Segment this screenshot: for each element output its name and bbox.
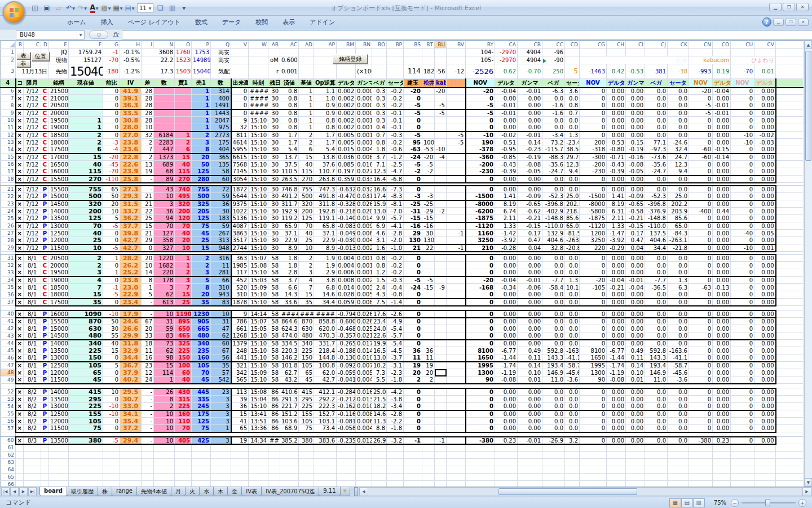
cell[interactable]	[447, 176, 466, 183]
cell[interactable]: 146.2	[280, 354, 299, 362]
close-button[interactable]: ✕	[796, 3, 809, 11]
cell[interactable]	[776, 403, 804, 410]
cell[interactable]: 0.0	[565, 388, 580, 396]
cell[interactable]: 14.3	[280, 291, 299, 299]
cell[interactable]	[142, 452, 154, 459]
cell[interactable]: 20	[422, 369, 435, 376]
cell[interactable]	[249, 459, 268, 466]
cell[interactable]: 37.9	[120, 369, 142, 376]
cell[interactable]: 0.00	[713, 369, 731, 376]
cell[interactable]	[447, 200, 466, 208]
cell[interactable]: 15:10	[249, 124, 268, 132]
cell[interactable]: -	[142, 388, 154, 396]
cell[interactable]: 1.6	[372, 244, 387, 252]
cell[interactable]	[542, 466, 565, 474]
cell[interactable]: 125	[192, 215, 211, 222]
cell[interactable]: -16	[422, 222, 435, 230]
cell[interactable]: -5.4	[387, 340, 404, 347]
cell[interactable]: 218.4	[314, 347, 337, 354]
cell[interactable]: P	[41, 237, 49, 244]
cell[interactable]: 2.9	[314, 269, 337, 277]
cell[interactable]: 2.11	[607, 215, 626, 222]
cell[interactable]: 16.5	[372, 347, 387, 354]
cell[interactable]: 6	[175, 146, 192, 154]
cell[interactable]: 0.00	[607, 332, 626, 340]
cell[interactable]: P	[41, 340, 49, 347]
cell[interactable]: 2	[142, 139, 154, 146]
row-header[interactable]: 18	[1, 176, 16, 183]
cell[interactable]: 0.00	[713, 230, 731, 237]
cell[interactable]: 120	[175, 215, 192, 222]
cell[interactable]: -70	[103, 56, 120, 64]
cell[interactable]: 1	[175, 262, 192, 269]
cell[interactable]: セータ	[668, 79, 689, 87]
cell[interactable]: 0	[466, 403, 495, 410]
cell[interactable]: 23.8	[120, 139, 142, 146]
cell[interactable]: -0.19	[518, 154, 542, 161]
cell[interactable]: 755	[69, 186, 103, 193]
cell[interactable]: 3608	[142, 49, 175, 56]
cell[interactable]	[776, 110, 804, 117]
cell[interactable]: 4904	[518, 49, 542, 56]
cell[interactable]: 0.002	[356, 277, 372, 284]
cell[interactable]: ×	[16, 255, 24, 262]
cell[interactable]	[447, 95, 466, 102]
cell[interactable]	[175, 117, 192, 124]
cell[interactable]: 0.00	[754, 186, 776, 193]
cell[interactable]: 10	[154, 410, 175, 418]
cell[interactable]: 13.0	[372, 208, 387, 215]
cell[interactable]: 0.00	[754, 362, 776, 369]
column-header-CK[interactable]: CK	[668, 41, 689, 49]
cell[interactable]: 0.0	[645, 340, 668, 347]
cell[interactable]: ####	[314, 310, 337, 318]
cell[interactable]: 0.0	[542, 396, 565, 403]
cell[interactable]: 630	[69, 325, 103, 332]
cell[interactable]	[668, 444, 689, 452]
cell[interactable]	[689, 459, 713, 466]
cell[interactable]: 1.7	[314, 139, 337, 146]
cell[interactable]: 13500	[49, 215, 69, 222]
cell[interactable]	[422, 49, 435, 56]
cell[interactable]: 0.00	[518, 325, 542, 332]
cell[interactable]: -60	[689, 146, 713, 154]
cell[interactable]: 0	[580, 437, 607, 444]
cell[interactable]: 0.005	[356, 369, 372, 376]
cell[interactable]: 661	[231, 325, 249, 332]
cell[interactable]	[372, 452, 387, 459]
cell[interactable]: 0.17	[518, 230, 542, 237]
cell[interactable]: 811	[231, 132, 249, 139]
cell[interactable]	[447, 262, 466, 269]
cell[interactable]: P	[41, 244, 49, 252]
cell[interactable]: 0.00	[626, 124, 645, 132]
cell[interactable]: 0.00	[518, 310, 542, 318]
cell[interactable]: 0	[689, 244, 713, 252]
cell[interactable]	[776, 369, 804, 376]
cell[interactable]: ×	[16, 208, 24, 215]
cell[interactable]: 14000	[49, 208, 69, 215]
cell[interactable]: 75	[299, 425, 314, 432]
cell[interactable]: ×	[16, 146, 24, 154]
cell[interactable]	[404, 49, 422, 56]
cell[interactable]: 8/1	[24, 325, 41, 332]
cell[interactable]	[422, 110, 435, 117]
cell[interactable]	[689, 49, 713, 56]
cell[interactable]: 0.0	[565, 117, 580, 124]
cell[interactable]	[16, 466, 24, 474]
cell[interactable]: -0.083	[337, 222, 356, 230]
column-header-AB[interactable]: AB	[268, 41, 280, 49]
cell[interactable]	[776, 388, 804, 396]
cell[interactable]: 0.000	[356, 110, 372, 117]
cell[interactable]: 30	[268, 102, 280, 110]
workbook-minimize-button[interactable]: ▁	[773, 19, 784, 26]
cell[interactable]: -0.468	[337, 325, 356, 332]
sheet-tab-board[interactable]: board	[39, 487, 67, 496]
cell[interactable]: P	[41, 200, 49, 208]
cell[interactable]: 30	[268, 117, 280, 124]
row-header[interactable]: 43	[1, 332, 16, 340]
cell[interactable]: 0.0	[565, 262, 580, 269]
cell[interactable]: 1	[154, 376, 175, 384]
cell[interactable]: 0.00	[626, 310, 645, 318]
cell[interactable]: 9	[231, 310, 249, 318]
cell[interactable]: 105	[69, 418, 103, 425]
cell[interactable]: 5136	[231, 215, 249, 222]
